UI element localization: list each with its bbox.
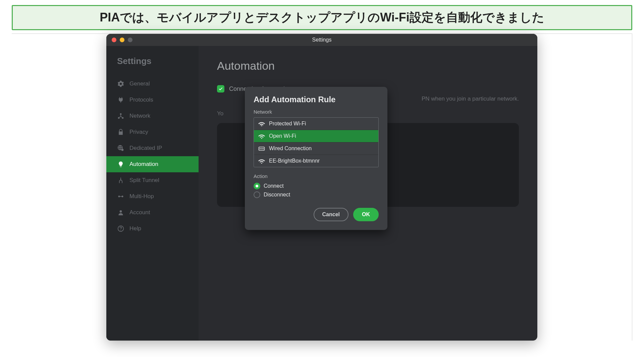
svg-point-4	[121, 149, 124, 151]
checkbox-checked-icon	[217, 85, 224, 93]
sidebar-item-label: Network	[129, 113, 150, 119]
wifi-lock-icon	[258, 121, 265, 126]
network-option-label: Wired Connection	[269, 145, 312, 152]
sidebar-item-help[interactable]: Help	[106, 221, 199, 237]
titlebar: Settings	[106, 34, 537, 46]
sidebar-item-account[interactable]: Account	[106, 204, 199, 221]
svg-point-2	[122, 117, 123, 119]
sidebar-item-dedicated-ip[interactable]: Dedicated IP	[106, 140, 199, 156]
annotation-banner: PIAでは、モバイルアプリとデスクトップアプリのWi-Fi設定を自動化できました	[12, 5, 632, 30]
sidebar-title: Settings	[106, 56, 199, 76]
split-icon	[117, 177, 124, 184]
ok-button[interactable]: OK	[353, 208, 379, 221]
action-section-label: Action	[254, 173, 379, 179]
svg-point-5	[118, 196, 120, 197]
sidebar: Settings General Protocols Network Priva…	[106, 46, 199, 341]
network-icon	[117, 112, 124, 120]
svg-point-1	[118, 117, 120, 119]
modal-footer: Cancel OK	[254, 208, 379, 221]
network-option-protected-wifi[interactable]: Protected Wi-Fi	[254, 118, 378, 130]
network-option-wired[interactable]: Wired Connection	[254, 142, 378, 155]
sidebar-item-label: Automation	[129, 161, 158, 168]
network-option-label: Protected Wi-Fi	[269, 121, 306, 127]
sidebar-item-label: Privacy	[129, 129, 148, 135]
action-option-label: Connect	[264, 183, 284, 189]
sidebar-item-general[interactable]: General	[106, 76, 199, 92]
description-fragment: PN when you join a particular network.	[422, 96, 519, 102]
help-icon	[117, 225, 124, 232]
network-list: Protected Wi-Fi Open Wi-Fi Wired Connect…	[254, 117, 379, 167]
radio-checked-icon	[254, 183, 260, 189]
svg-point-7	[120, 210, 122, 213]
wifi-icon	[258, 158, 265, 164]
action-option-label: Disconnect	[264, 192, 290, 198]
svg-point-6	[122, 196, 123, 197]
gear-icon	[117, 80, 124, 87]
sidebar-item-label: Protocols	[129, 97, 153, 103]
ethernet-icon	[258, 146, 265, 151]
sidebar-item-label: Account	[129, 209, 150, 216]
description-fragment: Yo	[217, 110, 223, 117]
sidebar-item-network[interactable]: Network	[106, 108, 199, 124]
sidebar-item-label: Help	[129, 225, 141, 232]
network-option-open-wifi[interactable]: Open Wi-Fi	[254, 130, 378, 142]
sidebar-item-automation[interactable]: Automation	[106, 156, 199, 172]
wifi-icon	[258, 133, 265, 139]
lightbulb-icon	[117, 161, 124, 168]
multihop-icon	[117, 193, 124, 200]
window-title: Settings	[106, 37, 537, 43]
sidebar-item-protocols[interactable]: Protocols	[106, 92, 199, 108]
sidebar-item-split-tunnel[interactable]: Split Tunnel	[106, 172, 199, 188]
settings-window: Settings Settings General Protocols Netw…	[106, 34, 537, 341]
page-title: Automation	[217, 59, 519, 72]
cancel-button[interactable]: Cancel	[314, 208, 348, 221]
network-option-label: Open Wi-Fi	[269, 133, 296, 139]
sidebar-item-label: Dedicated IP	[129, 145, 162, 152]
network-option-ee-brightbox[interactable]: EE-BrightBox-btmnnr	[254, 155, 378, 167]
lock-icon	[117, 128, 124, 136]
svg-point-9	[120, 230, 121, 230]
modal-title: Add Automation Rule	[254, 95, 379, 104]
svg-point-0	[120, 113, 122, 115]
network-option-label: EE-BrightBox-btmnnr	[269, 158, 320, 164]
sidebar-item-privacy[interactable]: Privacy	[106, 124, 199, 140]
action-option-disconnect[interactable]: Disconnect	[254, 190, 379, 199]
sidebar-item-label: Split Tunnel	[129, 177, 159, 184]
sidebar-item-multi-hop[interactable]: Multi-Hop	[106, 188, 199, 204]
add-automation-rule-modal: Add Automation Rule Network Protected Wi…	[245, 87, 387, 230]
network-section-label: Network	[254, 109, 379, 115]
sidebar-item-label: General	[129, 80, 150, 87]
account-icon	[117, 209, 124, 216]
sidebar-item-label: Multi-Hop	[129, 193, 154, 200]
globe-pin-icon	[117, 144, 124, 152]
protocols-icon	[117, 96, 124, 104]
radio-unchecked-icon	[254, 191, 260, 198]
action-option-connect[interactable]: Connect	[254, 182, 379, 190]
